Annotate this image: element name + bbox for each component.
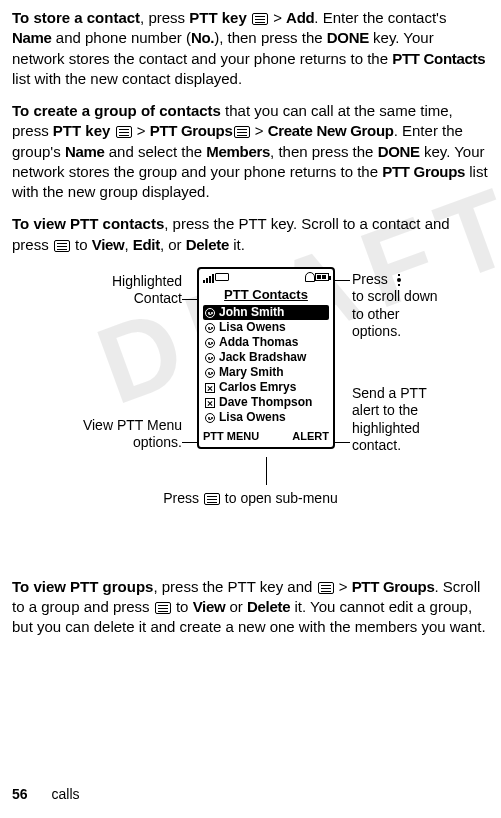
status-box-icon <box>215 273 229 281</box>
contact-row-highlighted[interactable]: John Smith <box>203 305 329 320</box>
name-label: Name <box>12 29 52 46</box>
para-create-group: To create a group of contacts that you c… <box>12 101 489 202</box>
callout-highlighted-contact: HighlightedContact <box>72 273 182 308</box>
menu-key-icon <box>234 126 250 138</box>
page-footer: 56calls <box>12 785 80 804</box>
edit-label: Edit <box>133 236 160 253</box>
menu-key-icon <box>252 13 268 25</box>
softkey-bar: PTT MENU ALERT <box>199 427 333 447</box>
txt: ), then press the <box>214 29 327 46</box>
pttcontacts-label: PTT Contacts <box>392 50 485 67</box>
contact-row[interactable]: Jack Bradshaw <box>203 350 329 365</box>
name-label: Name <box>65 143 105 160</box>
create-new-group-label: Create New Group <box>268 122 394 139</box>
status-online-icon <box>205 413 215 423</box>
menu-key-icon <box>116 126 132 138</box>
status-offline-icon <box>205 383 215 393</box>
menu-key-icon <box>204 493 220 505</box>
para-view-groups: To view PTT groups, press the PTT key an… <box>12 577 489 638</box>
ptt-key-label: PTT key <box>53 122 111 139</box>
done-label: DONE <box>327 29 369 46</box>
add-label: Add <box>286 9 314 26</box>
contact-name: Carlos Emrys <box>219 380 296 395</box>
pttgroups-label: PTT Groups <box>382 163 465 180</box>
txt: > <box>335 578 352 595</box>
phone-screen: PTT Contacts John Smith Lisa Owens Adda … <box>197 267 335 450</box>
status-online-icon <box>205 338 215 348</box>
menu-key-icon <box>318 582 334 594</box>
contact-row[interactable]: Lisa Owens <box>203 410 329 425</box>
lead-view-contacts: To view PTT contacts <box>12 215 164 232</box>
menu-key-icon <box>54 240 70 252</box>
txt: , press <box>140 9 189 26</box>
status-bar <box>199 269 333 285</box>
contact-row[interactable]: Adda Thomas <box>203 335 329 350</box>
page-number: 56 <box>12 786 28 802</box>
status-online-icon <box>205 308 215 318</box>
txt: , then press the <box>270 143 378 160</box>
ptt-key-label: PTT key <box>189 9 247 26</box>
status-online-icon <box>205 353 215 363</box>
txt: > <box>269 9 286 26</box>
signal-icon <box>203 271 215 283</box>
para-store-contact: To store a contact, press PTT key > Add.… <box>12 8 489 89</box>
txt: and select the <box>105 143 207 160</box>
nav-key-icon <box>392 273 406 287</box>
txt: , <box>124 236 132 253</box>
txt: to <box>71 236 92 253</box>
txt: to <box>172 598 193 615</box>
done-label: DONE <box>378 143 420 160</box>
contact-row[interactable]: Carlos Emrys <box>203 380 329 395</box>
lead-view-groups: To view PTT groups <box>12 578 153 595</box>
contact-name: Jack Bradshaw <box>219 350 306 365</box>
contact-name: Dave Thompson <box>219 395 312 410</box>
contact-name: Lisa Owens <box>219 320 286 335</box>
contact-name: Adda Thomas <box>219 335 298 350</box>
callout-submenu: Press to open sub-menu <box>12 489 489 508</box>
softkey-left[interactable]: PTT MENU <box>203 429 259 444</box>
txt: , press the PTT key and <box>153 578 316 595</box>
screen-title: PTT Contacts <box>199 285 333 306</box>
battery-icon <box>315 273 329 281</box>
status-online-icon <box>205 368 215 378</box>
view-label: View <box>92 236 125 253</box>
delete-label: Delete <box>186 236 229 253</box>
no-label: No. <box>191 29 214 46</box>
contact-name: Mary Smith <box>219 365 284 380</box>
status-online-icon <box>205 323 215 333</box>
txt: it. <box>229 236 245 253</box>
lead-create: To create a group of contacts <box>12 102 221 119</box>
txt: , or <box>160 236 186 253</box>
contact-name: John Smith <box>219 305 284 320</box>
bell-icon <box>305 272 315 282</box>
status-offline-icon <box>205 398 215 408</box>
leader-line <box>266 457 267 485</box>
callout-alert: Send a PTT alert to the highlighted cont… <box>352 385 492 455</box>
txt: > <box>251 122 268 139</box>
para-view-contacts: To view PTT contacts, press the PTT key.… <box>12 214 489 255</box>
softkey-right[interactable]: ALERT <box>292 429 329 444</box>
txt: or <box>225 598 247 615</box>
contact-name: Lisa Owens <box>219 410 286 425</box>
contact-row[interactable]: Mary Smith <box>203 365 329 380</box>
contact-list: John Smith Lisa Owens Adda Thomas Jack B… <box>199 305 333 427</box>
phone-diagram: HighlightedContact View PTT Menuoptions.… <box>12 267 489 537</box>
view-label: View <box>193 598 226 615</box>
members-label: Members <box>206 143 270 160</box>
txt: and phone number ( <box>52 29 191 46</box>
delete-label: Delete <box>247 598 290 615</box>
contact-row[interactable]: Lisa Owens <box>203 320 329 335</box>
txt: > <box>133 122 150 139</box>
section-name: calls <box>52 786 80 802</box>
callout-scroll: Press to scroll down to other options. <box>352 271 492 341</box>
contact-row[interactable]: Dave Thompson <box>203 395 329 410</box>
pttgroups-label: PTT Groups <box>150 122 233 139</box>
pttgroups-label: PTT Groups <box>352 578 435 595</box>
txt: . Enter the contact's <box>314 9 446 26</box>
txt: list with the new contact displayed. <box>12 70 242 87</box>
callout-view-ptt-menu: View PTT Menuoptions. <box>50 417 182 452</box>
menu-key-icon <box>155 602 171 614</box>
lead-store: To store a contact <box>12 9 140 26</box>
